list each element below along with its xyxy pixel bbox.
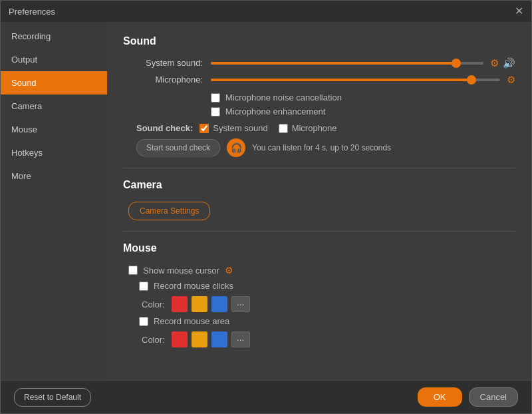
listen-text: You can listen for 4 s, up to 20 seconds	[252, 143, 391, 152]
divider-2	[123, 231, 515, 232]
record-clicks-row: Record mouse clicks	[139, 281, 515, 291]
microphone-check-label: Microphone	[292, 123, 337, 133]
system-sound-label: System sound:	[123, 58, 203, 68]
enhancement-row: Microphone enhancement	[211, 106, 515, 116]
area-color-blue[interactable]	[211, 331, 227, 347]
cancel-button[interactable]: Cancel	[469, 387, 518, 407]
footer: Reset to Default OK Cancel	[1, 380, 531, 413]
record-clicks-checkbox[interactable]	[139, 282, 148, 291]
enhancement-checkbox[interactable]	[211, 107, 220, 116]
mouse-color-blue[interactable]	[211, 296, 227, 312]
sidebar-item-mouse[interactable]: Mouse	[1, 118, 107, 141]
dialog-body: Recording Output Sound Camera Mouse Hotk…	[1, 22, 531, 380]
microphone-row: Microphone: ⚙	[123, 75, 515, 85]
microphone-check-checkbox[interactable]	[279, 124, 288, 133]
system-sound-check-label: System sound	[213, 123, 267, 133]
start-sound-check-row: Start sound check 🎧 You can listen for 4…	[136, 138, 515, 157]
record-area-label: Record mouse area	[154, 316, 229, 326]
sidebar: Recording Output Sound Camera Mouse Hotk…	[1, 22, 107, 380]
microphone-track[interactable]	[211, 79, 500, 81]
footer-actions: OK Cancel	[418, 387, 518, 407]
microphone-fill	[211, 79, 471, 81]
system-sound-row: System sound: ⚙ 🔊	[123, 58, 515, 68]
sidebar-item-output[interactable]: Output	[1, 48, 107, 71]
sound-check-label: Sound check:	[136, 123, 193, 133]
system-sound-fill	[211, 62, 456, 65]
mouse-section: Show mouse cursor ⚙ Record mouse clicks …	[123, 265, 515, 347]
record-area-checkbox[interactable]	[139, 317, 148, 326]
microphone-gear-icon[interactable]: ⚙	[507, 75, 515, 85]
ok-button[interactable]: OK	[418, 387, 462, 407]
system-sound-icons: ⚙ 🔊	[490, 58, 515, 68]
show-cursor-row: Show mouse cursor ⚙	[128, 265, 515, 276]
mouse-section-title: Mouse	[123, 242, 515, 254]
system-sound-track[interactable]	[211, 62, 483, 65]
mouse-clicks-color-row: Color: ···	[142, 296, 515, 312]
start-sound-check-button[interactable]: Start sound check	[136, 139, 220, 156]
sidebar-item-camera[interactable]: Camera	[1, 95, 107, 118]
microphone-thumb[interactable]	[467, 75, 476, 85]
system-sound-speaker-icon[interactable]: 🔊	[503, 58, 515, 68]
close-button[interactable]: ✕	[515, 6, 523, 17]
mouse-clicks-color-label: Color:	[142, 300, 165, 310]
mouse-area-color-row: Color: ···	[142, 331, 515, 347]
show-cursor-label: Show mouse cursor	[143, 266, 219, 276]
dialog-title: Preferences	[9, 7, 55, 17]
system-sound-thumb[interactable]	[452, 59, 461, 68]
system-sound-check-option: System sound	[200, 123, 267, 133]
content-area: Sound System sound: ⚙ 🔊 Microph	[107, 22, 531, 380]
record-clicks-label: Record mouse clicks	[154, 281, 233, 291]
sound-check-row: Sound check: System sound Microphone	[136, 123, 515, 133]
camera-settings-button[interactable]: Camera Settings	[128, 202, 210, 220]
sound-section-title: Sound	[123, 35, 515, 47]
sound-sliders: System sound: ⚙ 🔊 Microphone:	[123, 58, 515, 85]
reset-to-default-button[interactable]: Reset to Default	[14, 388, 91, 407]
record-area-row: Record mouse area	[139, 316, 515, 326]
cursor-gear-icon[interactable]: ⚙	[225, 265, 233, 276]
preferences-dialog: Preferences ✕ Recording Output Sound Cam…	[0, 0, 532, 414]
mouse-color-red[interactable]	[172, 296, 188, 312]
mouse-area-more-button[interactable]: ···	[231, 331, 250, 347]
noise-cancellation-checkbox[interactable]	[211, 93, 220, 103]
mouse-area-color-label: Color:	[142, 335, 165, 345]
area-color-yellow[interactable]	[192, 331, 207, 347]
microphone-check-option: Microphone	[279, 123, 337, 133]
title-bar: Preferences ✕	[1, 1, 531, 22]
sidebar-item-recording[interactable]: Recording	[1, 25, 107, 48]
microphone-label: Microphone:	[123, 75, 203, 85]
mouse-color-yellow[interactable]	[192, 296, 207, 312]
sound-check-options: System sound Microphone	[200, 123, 336, 133]
headphones-icon: 🎧	[227, 138, 245, 157]
microphone-icons: ⚙	[507, 75, 515, 85]
noise-cancellation-row: Microphone noise cancellation	[211, 93, 515, 103]
area-color-red[interactable]	[172, 331, 188, 347]
divider-1	[123, 168, 515, 168]
sidebar-item-more[interactable]: More	[1, 164, 107, 188]
enhancement-label: Microphone enhancement	[225, 106, 325, 116]
show-cursor-checkbox[interactable]	[128, 266, 138, 275]
system-sound-gear-icon[interactable]: ⚙	[490, 58, 499, 68]
camera-section-title: Camera	[123, 179, 515, 191]
mouse-clicks-more-button[interactable]: ···	[231, 296, 250, 312]
system-sound-check-checkbox[interactable]	[200, 124, 209, 133]
sidebar-item-hotkeys[interactable]: Hotkeys	[1, 141, 107, 164]
noise-cancellation-label: Microphone noise cancellation	[225, 93, 342, 103]
sidebar-item-sound[interactable]: Sound	[1, 71, 107, 95]
